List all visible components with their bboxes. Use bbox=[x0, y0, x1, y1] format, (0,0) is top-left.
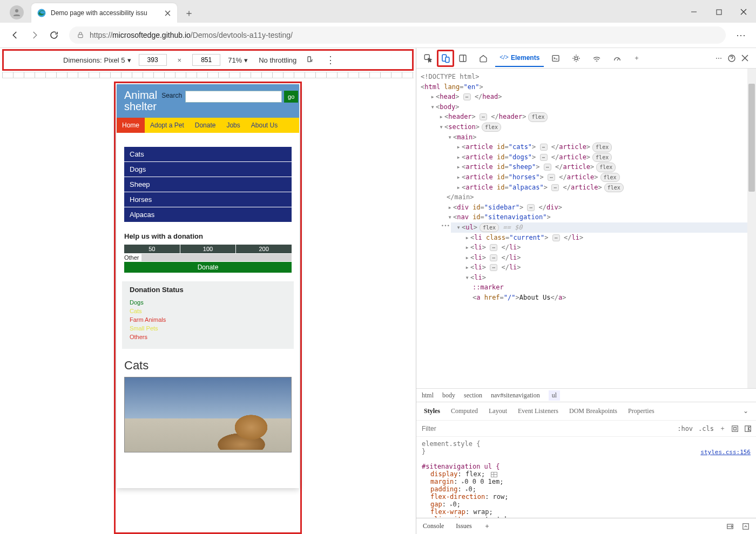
new-rule-icon[interactable]: ＋ bbox=[719, 424, 726, 433]
browser-tab[interactable]: Demo page with accessibility issu bbox=[31, 3, 177, 23]
styles-pane[interactable]: element.style { } #sitenavigation ul { s… bbox=[416, 437, 756, 518]
inspect-icon[interactable] bbox=[420, 50, 437, 67]
devtools-drawer: Console Issues ＋ bbox=[416, 518, 756, 534]
sources-tab-icon[interactable] bbox=[568, 50, 585, 67]
help-icon[interactable] bbox=[727, 54, 736, 63]
dom-scrollbar[interactable] bbox=[747, 69, 756, 388]
search-go-button[interactable]: go bbox=[284, 91, 298, 103]
nav-about[interactable]: About Us bbox=[246, 118, 283, 133]
layout-tab[interactable]: Layout bbox=[489, 407, 507, 415]
amount-50[interactable]: 50 bbox=[124, 245, 180, 253]
crumb-section[interactable]: section bbox=[464, 391, 482, 400]
crumb-ul[interactable]: ul bbox=[549, 390, 560, 401]
performance-tab-icon[interactable] bbox=[609, 50, 626, 67]
amount-100[interactable]: 100 bbox=[180, 245, 236, 253]
elements-tab[interactable]: </>Elements bbox=[495, 49, 544, 67]
computed-tab[interactable]: Computed bbox=[451, 407, 478, 415]
nav-home[interactable]: Home bbox=[117, 118, 145, 133]
styles-filter-input[interactable] bbox=[421, 423, 672, 435]
network-tab-icon[interactable] bbox=[588, 50, 605, 67]
search-input[interactable] bbox=[185, 91, 282, 103]
flexbox-editor-icon[interactable] bbox=[731, 425, 739, 432]
maximize-icon[interactable] bbox=[706, 1, 731, 23]
profile-avatar[interactable] bbox=[10, 5, 24, 19]
cat-image bbox=[124, 377, 292, 452]
styles-tab[interactable]: Styles bbox=[424, 407, 440, 415]
svg-rect-15 bbox=[743, 523, 749, 529]
ruler bbox=[2, 72, 414, 78]
device-width-input[interactable] bbox=[139, 54, 167, 66]
url-host: microsoftedge.github.io bbox=[112, 31, 191, 39]
styles-tabs: Styles Computed Layout Event Listeners D… bbox=[416, 402, 756, 421]
svg-rect-8 bbox=[460, 55, 466, 62]
list-item[interactable]: Dogs bbox=[124, 162, 292, 177]
crumb-html[interactable]: html bbox=[422, 391, 434, 400]
address-bar[interactable]: https://microsoftedge.github.io/Demos/de… bbox=[69, 26, 726, 44]
devtools-close-icon[interactable] bbox=[741, 55, 748, 62]
drawer-dock-icon[interactable] bbox=[726, 523, 734, 530]
nav-jobs[interactable]: Jobs bbox=[221, 118, 245, 133]
chevron-down-icon: ▾ bbox=[127, 56, 131, 64]
nav-donate[interactable]: Donate bbox=[190, 118, 221, 133]
crumb-body[interactable]: body bbox=[442, 391, 455, 400]
status-farm: Farm Animals bbox=[130, 315, 286, 324]
minimize-icon[interactable] bbox=[681, 1, 706, 23]
svg-rect-9 bbox=[552, 55, 559, 61]
dimensions-dropdown[interactable]: Dimensions: Pixel 5 ▾ bbox=[63, 56, 131, 64]
drawer-issues-tab[interactable]: Issues bbox=[456, 522, 471, 530]
new-tab-button[interactable]: ＋ bbox=[180, 4, 198, 22]
device-more-icon[interactable]: ⋮ bbox=[326, 54, 335, 66]
nav-adopt[interactable]: Adopt a Pet bbox=[145, 118, 190, 133]
dock-icon[interactable] bbox=[454, 50, 471, 67]
back-icon[interactable] bbox=[5, 25, 25, 45]
drawer-add-icon[interactable]: ＋ bbox=[484, 522, 490, 531]
other-amount-input[interactable] bbox=[141, 254, 292, 261]
chevron-down-icon[interactable]: ⌄ bbox=[743, 407, 748, 415]
properties-tab[interactable]: Properties bbox=[628, 407, 654, 415]
rotate-icon[interactable] bbox=[304, 54, 316, 66]
styles-filter-row: :hov .cls ＋ bbox=[416, 421, 756, 437]
svg-rect-4 bbox=[308, 57, 310, 62]
list-item[interactable]: Alpacas bbox=[124, 207, 292, 222]
browser-menu-icon[interactable]: ⋯ bbox=[731, 25, 751, 45]
toggle-pane-icon[interactable] bbox=[744, 425, 752, 432]
close-icon[interactable] bbox=[731, 1, 756, 23]
console-tab-icon[interactable] bbox=[547, 50, 564, 67]
forward-icon[interactable] bbox=[25, 25, 44, 45]
page-header: Animalshelter Search go bbox=[117, 84, 299, 118]
hov-toggle[interactable]: :hov bbox=[677, 425, 693, 432]
chevron-down-icon: ▾ bbox=[244, 56, 248, 64]
cls-toggle[interactable]: .cls bbox=[698, 425, 714, 432]
drawer-console-tab[interactable]: Console bbox=[423, 522, 444, 530]
crumb-nav[interactable]: nav#sitenavigation bbox=[491, 391, 540, 400]
dom-tree[interactable]: <!DOCTYPE html> <html lang="en"> ▸<head>… bbox=[416, 69, 747, 388]
flex-editor-icon[interactable] bbox=[491, 472, 497, 477]
svg-point-10 bbox=[575, 57, 578, 59]
status-heading: Donation Status bbox=[130, 286, 286, 294]
search-label: Search bbox=[161, 92, 182, 99]
welcome-tab-icon[interactable] bbox=[475, 50, 492, 67]
list-item[interactable]: Cats bbox=[124, 147, 292, 161]
breakpoints-tab[interactable]: DOM Breakpoints bbox=[569, 407, 617, 415]
list-item[interactable]: Sheep bbox=[124, 177, 292, 192]
tab-close-icon[interactable] bbox=[163, 9, 172, 17]
listeners-tab[interactable]: Event Listeners bbox=[518, 407, 558, 415]
device-emulation-icon[interactable] bbox=[437, 50, 454, 67]
window-controls bbox=[681, 1, 756, 23]
zoom-dropdown[interactable]: 71% ▾ bbox=[228, 56, 248, 64]
refresh-icon[interactable] bbox=[44, 25, 64, 45]
list-item[interactable]: Horses bbox=[124, 192, 292, 207]
top-nav: Home Adopt a Pet Donate Jobs About Us bbox=[117, 118, 299, 133]
donate-button[interactable]: Donate bbox=[124, 262, 292, 273]
throttling-dropdown[interactable]: No throttling bbox=[259, 56, 296, 64]
selected-dom-node[interactable]: ▾<ul>flex == $0 bbox=[451, 222, 747, 233]
css-rule-selector: #sitenavigation ul { bbox=[422, 463, 500, 470]
drawer-collapse-icon[interactable] bbox=[742, 523, 750, 530]
amount-200[interactable]: 200 bbox=[236, 245, 292, 253]
css-source-link[interactable]: styles.css:156 bbox=[700, 449, 751, 456]
more-tools-icon[interactable]: ⋯ bbox=[716, 55, 722, 62]
device-height-input[interactable] bbox=[192, 54, 220, 66]
url-scheme: https:// bbox=[90, 31, 112, 39]
add-tab-icon[interactable]: ＋ bbox=[629, 49, 644, 67]
dom-breadcrumbs[interactable]: html body section nav#sitenavigation ul bbox=[416, 388, 756, 402]
